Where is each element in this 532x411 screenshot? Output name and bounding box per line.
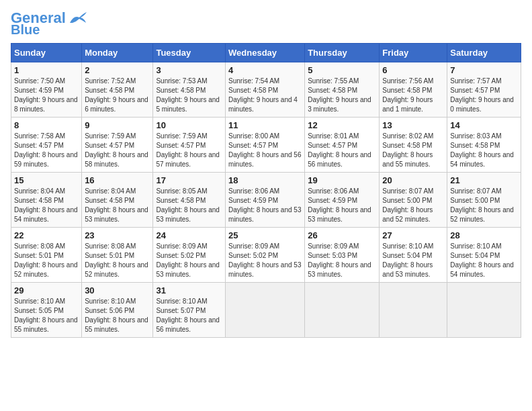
day-number: 12	[308, 120, 376, 130]
day-number: 21	[450, 175, 518, 185]
logo: General Blue	[11, 11, 87, 36]
calendar-week-2: 8Sunrise: 7:58 AM Sunset: 4:57 PM Daylig…	[11, 118, 521, 173]
day-number: 9	[85, 120, 150, 130]
calendar-cell: 17Sunrise: 8:05 AM Sunset: 4:58 PM Dayli…	[153, 173, 226, 228]
calendar-cell: 13Sunrise: 8:02 AM Sunset: 4:58 PM Dayli…	[380, 118, 447, 173]
calendar-cell: 26Sunrise: 8:09 AM Sunset: 5:03 PM Dayli…	[305, 228, 380, 283]
calendar-cell: 5Sunrise: 7:55 AM Sunset: 4:58 PM Daylig…	[305, 62, 380, 118]
col-header-wednesday: Wednesday	[226, 44, 305, 62]
calendar-body: 1Sunrise: 7:50 AM Sunset: 4:59 PM Daylig…	[11, 62, 521, 338]
day-number: 26	[308, 230, 376, 240]
col-header-sunday: Sunday	[11, 44, 82, 62]
col-header-saturday: Saturday	[447, 44, 521, 62]
calendar-week-1: 1Sunrise: 7:50 AM Sunset: 4:59 PM Daylig…	[11, 62, 521, 118]
day-info: Sunrise: 7:54 AM Sunset: 4:58 PM Dayligh…	[228, 77, 302, 114]
day-info: Sunrise: 7:53 AM Sunset: 4:58 PM Dayligh…	[156, 77, 222, 114]
day-number: 15	[14, 175, 79, 185]
day-info: Sunrise: 8:10 AM Sunset: 5:07 PM Dayligh…	[156, 297, 222, 334]
calendar-cell: 20Sunrise: 8:07 AM Sunset: 5:00 PM Dayli…	[380, 173, 447, 228]
day-info: Sunrise: 7:57 AM Sunset: 4:57 PM Dayligh…	[450, 77, 518, 114]
day-info: Sunrise: 8:01 AM Sunset: 4:57 PM Dayligh…	[308, 132, 376, 169]
day-info: Sunrise: 8:10 AM Sunset: 5:04 PM Dayligh…	[382, 242, 444, 279]
calendar-cell: 30Sunrise: 8:10 AM Sunset: 5:06 PM Dayli…	[82, 283, 153, 338]
day-number: 7	[450, 65, 518, 75]
calendar-cell	[305, 283, 380, 338]
col-header-monday: Monday	[82, 44, 153, 62]
day-info: Sunrise: 7:59 AM Sunset: 4:57 PM Dayligh…	[156, 132, 222, 169]
day-info: Sunrise: 8:03 AM Sunset: 4:58 PM Dayligh…	[450, 132, 518, 169]
calendar-cell: 14Sunrise: 8:03 AM Sunset: 4:58 PM Dayli…	[447, 118, 521, 173]
calendar-cell: 27Sunrise: 8:10 AM Sunset: 5:04 PM Dayli…	[380, 228, 447, 283]
calendar-cell: 21Sunrise: 8:07 AM Sunset: 5:00 PM Dayli…	[447, 173, 521, 228]
day-info: Sunrise: 7:59 AM Sunset: 4:57 PM Dayligh…	[85, 132, 150, 169]
calendar-week-3: 15Sunrise: 8:04 AM Sunset: 4:58 PM Dayli…	[11, 173, 521, 228]
day-number: 25	[228, 230, 302, 240]
day-number: 5	[308, 65, 376, 75]
day-info: Sunrise: 8:07 AM Sunset: 5:00 PM Dayligh…	[450, 187, 518, 224]
day-info: Sunrise: 8:09 AM Sunset: 5:03 PM Dayligh…	[308, 242, 376, 279]
logo-blue: Blue	[11, 23, 40, 36]
day-number: 28	[450, 230, 518, 240]
day-number: 20	[382, 175, 444, 185]
calendar-cell: 24Sunrise: 8:09 AM Sunset: 5:02 PM Dayli…	[153, 228, 226, 283]
calendar-cell: 16Sunrise: 8:04 AM Sunset: 4:58 PM Dayli…	[82, 173, 153, 228]
day-info: Sunrise: 8:02 AM Sunset: 4:58 PM Dayligh…	[382, 132, 444, 169]
day-of-week-header: SundayMondayTuesdayWednesdayThursdayFrid…	[11, 44, 521, 62]
day-number: 17	[156, 175, 222, 185]
logo-bird-icon	[67, 11, 87, 26]
calendar-cell: 2Sunrise: 7:52 AM Sunset: 4:58 PM Daylig…	[82, 62, 153, 118]
day-info: Sunrise: 8:10 AM Sunset: 5:04 PM Dayligh…	[450, 242, 518, 279]
day-info: Sunrise: 7:50 AM Sunset: 4:59 PM Dayligh…	[14, 77, 79, 114]
calendar-cell: 7Sunrise: 7:57 AM Sunset: 4:57 PM Daylig…	[447, 62, 521, 118]
calendar-cell: 8Sunrise: 7:58 AM Sunset: 4:57 PM Daylig…	[11, 118, 82, 173]
calendar-cell: 12Sunrise: 8:01 AM Sunset: 4:57 PM Dayli…	[305, 118, 380, 173]
day-info: Sunrise: 7:58 AM Sunset: 4:57 PM Dayligh…	[14, 132, 79, 169]
day-info: Sunrise: 8:08 AM Sunset: 5:01 PM Dayligh…	[85, 242, 150, 279]
day-number: 29	[14, 285, 79, 295]
day-info: Sunrise: 7:56 AM Sunset: 4:58 PM Dayligh…	[382, 77, 444, 114]
day-number: 6	[382, 65, 444, 75]
calendar-cell: 15Sunrise: 8:04 AM Sunset: 4:58 PM Dayli…	[11, 173, 82, 228]
day-info: Sunrise: 8:10 AM Sunset: 5:05 PM Dayligh…	[14, 297, 79, 334]
day-number: 16	[85, 175, 150, 185]
day-number: 31	[156, 285, 222, 295]
calendar-week-5: 29Sunrise: 8:10 AM Sunset: 5:05 PM Dayli…	[11, 283, 521, 338]
day-info: Sunrise: 8:08 AM Sunset: 5:01 PM Dayligh…	[14, 242, 79, 279]
day-number: 2	[85, 65, 150, 75]
day-number: 22	[14, 230, 79, 240]
calendar-cell	[226, 283, 305, 338]
day-number: 3	[156, 65, 222, 75]
calendar-cell: 9Sunrise: 7:59 AM Sunset: 4:57 PM Daylig…	[82, 118, 153, 173]
calendar-cell: 10Sunrise: 7:59 AM Sunset: 4:57 PM Dayli…	[153, 118, 226, 173]
calendar-cell: 1Sunrise: 7:50 AM Sunset: 4:59 PM Daylig…	[11, 62, 82, 118]
day-number: 11	[228, 120, 302, 130]
calendar-cell: 4Sunrise: 7:54 AM Sunset: 4:58 PM Daylig…	[226, 62, 305, 118]
calendar-week-4: 22Sunrise: 8:08 AM Sunset: 5:01 PM Dayli…	[11, 228, 521, 283]
day-number: 13	[382, 120, 444, 130]
day-info: Sunrise: 8:10 AM Sunset: 5:06 PM Dayligh…	[85, 297, 150, 334]
calendar-cell	[447, 283, 521, 338]
day-info: Sunrise: 8:07 AM Sunset: 5:00 PM Dayligh…	[382, 187, 444, 224]
day-info: Sunrise: 8:00 AM Sunset: 4:57 PM Dayligh…	[228, 132, 302, 169]
day-number: 14	[450, 120, 518, 130]
calendar-cell: 29Sunrise: 8:10 AM Sunset: 5:05 PM Dayli…	[11, 283, 82, 338]
calendar-cell: 19Sunrise: 8:06 AM Sunset: 4:59 PM Dayli…	[305, 173, 380, 228]
day-number: 27	[382, 230, 444, 240]
day-number: 10	[156, 120, 222, 130]
day-info: Sunrise: 8:05 AM Sunset: 4:58 PM Dayligh…	[156, 187, 222, 224]
calendar-cell: 18Sunrise: 8:06 AM Sunset: 4:59 PM Dayli…	[226, 173, 305, 228]
calendar-cell: 11Sunrise: 8:00 AM Sunset: 4:57 PM Dayli…	[226, 118, 305, 173]
calendar-table: SundayMondayTuesdayWednesdayThursdayFrid…	[11, 43, 521, 338]
day-info: Sunrise: 7:55 AM Sunset: 4:58 PM Dayligh…	[308, 77, 376, 114]
day-number: 18	[228, 175, 302, 185]
day-number: 30	[85, 285, 150, 295]
calendar-cell: 28Sunrise: 8:10 AM Sunset: 5:04 PM Dayli…	[447, 228, 521, 283]
day-number: 1	[14, 65, 79, 75]
day-info: Sunrise: 7:52 AM Sunset: 4:58 PM Dayligh…	[85, 77, 150, 114]
col-header-thursday: Thursday	[305, 44, 380, 62]
day-info: Sunrise: 8:09 AM Sunset: 5:02 PM Dayligh…	[156, 242, 222, 279]
day-number: 8	[14, 120, 79, 130]
day-number: 19	[308, 175, 376, 185]
day-number: 23	[85, 230, 150, 240]
day-info: Sunrise: 8:04 AM Sunset: 4:58 PM Dayligh…	[85, 187, 150, 224]
